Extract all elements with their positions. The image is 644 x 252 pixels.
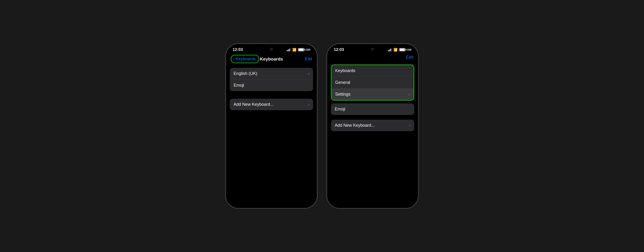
nav-title-left: Keyboards xyxy=(260,57,283,62)
emoji-item-right[interactable]: Emoji xyxy=(331,103,414,115)
battery-icon-right xyxy=(399,48,406,51)
add-keyboard-chevron-left: › xyxy=(308,102,309,107)
english-uk-item-left[interactable]: English (UK) › xyxy=(230,68,313,80)
green-rect-right: Keyboards General Settings › xyxy=(331,65,414,101)
general-label-right: General xyxy=(335,80,350,85)
emoji-label-right: Emoji xyxy=(335,107,345,112)
edit-button-right[interactable]: Edit xyxy=(394,55,413,60)
camera-notch xyxy=(270,48,273,51)
wifi-icon-right: 📶 xyxy=(394,48,398,52)
emoji-label-left: Emoji xyxy=(234,83,244,88)
emoji-item-left[interactable]: Emoji xyxy=(230,80,313,91)
english-uk-label-left: English (UK) xyxy=(234,71,257,76)
settings-chevron-right: › xyxy=(409,92,410,97)
status-icons-right: 📶 100 xyxy=(388,48,412,52)
phone-right-screen: 12:03 📶 100 Edit Keyboards xyxy=(327,44,418,208)
back-button-left[interactable]: ‹ Keyboards xyxy=(231,55,259,63)
time-left: 12:03 xyxy=(232,47,243,52)
keyboards-label-right: Keyboards xyxy=(335,68,356,73)
content-right: Keyboards General Settings › Emoji xyxy=(327,63,418,208)
add-keyboard-group-left: Add New Keyboard... › xyxy=(230,99,313,110)
signal-icon-left xyxy=(287,48,291,51)
battery-icon-left xyxy=(298,48,304,51)
add-keyboard-group-right: Add New Keyboard... › xyxy=(331,120,414,131)
battery-label-left: 100 xyxy=(306,48,310,51)
add-keyboard-item-left[interactable]: Add New Keyboard... › xyxy=(230,99,313,110)
settings-label-right: Settings xyxy=(335,92,350,97)
phone-left-screen: 12:03 📶 100 ‹ Keyboards Keyboards Edit xyxy=(226,44,317,208)
wifi-icon-left: 📶 xyxy=(292,48,296,52)
keyboards-item-right[interactable]: Keyboards xyxy=(332,65,414,77)
status-icons-left: 📶 100 xyxy=(287,48,310,52)
add-keyboard-label-right: Add New Keyboard... xyxy=(335,123,375,128)
back-chevron-left: ‹ xyxy=(233,56,235,62)
emoji-group-right: Emoji xyxy=(331,103,414,115)
signal-icon-right xyxy=(388,48,392,51)
settings-item-right[interactable]: Settings › xyxy=(332,89,414,100)
add-keyboard-label-left: Add New Keyboard... xyxy=(234,102,274,107)
content-left: English (UK) › Emoji Add New Keyboard...… xyxy=(226,66,317,208)
camera-notch-right xyxy=(371,48,374,51)
back-label-left: Keyboards xyxy=(236,57,256,62)
phone-right: 12:03 📶 100 Edit Keyboards xyxy=(327,44,418,208)
battery-label-right: 100 xyxy=(407,48,412,51)
time-right: 12:03 xyxy=(334,47,344,52)
add-keyboard-item-right[interactable]: Add New Keyboard... › xyxy=(331,120,414,131)
english-uk-chevron-left: › xyxy=(308,72,309,76)
phone-left: 12:03 📶 100 ‹ Keyboards Keyboards Edit xyxy=(226,44,317,208)
general-item-right[interactable]: General xyxy=(332,77,414,89)
add-keyboard-chevron-right: › xyxy=(409,123,410,128)
edit-button-left[interactable]: Edit xyxy=(305,57,312,62)
nav-bar-right: Edit xyxy=(327,54,418,63)
nav-bar-left: ‹ Keyboards Keyboards Edit xyxy=(226,54,317,66)
keyboards-list-left: English (UK) › Emoji xyxy=(230,68,313,91)
